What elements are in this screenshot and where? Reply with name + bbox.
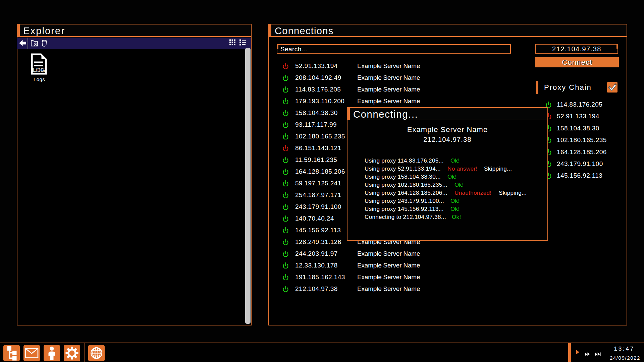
svg-text:LOG: LOG bbox=[32, 67, 45, 73]
